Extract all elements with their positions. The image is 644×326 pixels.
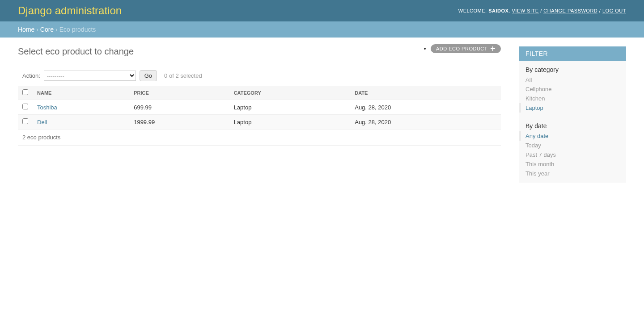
content: Select eco product to change ADD ECO PRO… [0,38,644,192]
filter-item-selected: Any date [519,131,619,141]
row-checkbox[interactable] [22,118,28,124]
result-table: NAME PRICE CATEGORY DATE Toshiba 699.99 … [18,86,501,130]
filter-item: Kitchen [525,94,619,103]
filter-section-title: By category [519,61,626,75]
header: Django administration WELCOME, SAIDOX. V… [0,0,644,21]
row-category: Laptop [229,100,351,115]
col-price[interactable]: PRICE [129,86,229,100]
filter-item: Cellphone [525,84,619,94]
content-main: Select eco product to change ADD ECO PRO… [18,46,501,183]
filter-link[interactable]: Cellphone [525,86,552,92]
branding: Django administration [18,4,122,17]
filter-item-selected: Laptop [519,103,619,113]
filter-link[interactable]: This month [525,161,554,167]
filter-link[interactable]: Past 7 days [525,151,556,158]
table-row: Toshiba 699.99 Laptop Aug. 28, 2020 [18,100,501,115]
filter-link[interactable]: Kitchen [525,95,545,102]
col-category[interactable]: CATEGORY [229,86,351,100]
filter-item: This month [525,159,619,169]
row-checkbox[interactable] [22,104,28,109]
action-counter: 0 of 2 selected [164,72,202,79]
breadcrumb-home[interactable]: Home [18,26,34,33]
col-date[interactable]: DATE [350,86,501,100]
filter-item: Today [525,141,619,150]
action-select[interactable]: --------- [44,71,136,81]
go-button[interactable]: Go [140,70,157,81]
site-title[interactable]: Django administration [18,4,122,17]
filter-section-title: By date [519,117,626,131]
breadcrumb-current: Eco products [59,26,96,33]
filter-link[interactable]: This year [525,170,549,177]
sep: . [508,8,512,13]
username: SAIDOX [488,8,508,13]
col-checkbox [18,86,33,100]
table-row: Dell 1999.99 Laptop Aug. 28, 2020 [18,115,501,130]
plus-icon [490,46,496,51]
col-name[interactable]: NAME [33,86,129,100]
actions-bar: Action: --------- Go 0 of 2 selected [18,66,501,86]
row-name-link[interactable]: Toshiba [37,104,57,111]
change-password-link[interactable]: CHANGE PASSWORD [543,8,597,14]
row-name-link[interactable]: Dell [37,119,47,125]
filter-category-list: All Cellphone Kitchen Laptop [519,75,626,117]
select-all-checkbox[interactable] [22,89,28,95]
welcome-text: WELCOME, [458,8,488,13]
breadcrumb-sep: › [34,26,40,33]
action-label: Action: [22,72,40,79]
object-tools: ADD ECO PRODUCT [431,44,501,53]
breadcrumb-app[interactable]: Core [40,26,54,33]
row-price: 699.99 [129,100,229,115]
row-date: Aug. 28, 2020 [350,115,501,130]
filter-item: Past 7 days [525,150,619,159]
sep: / [539,8,544,13]
filter-link[interactable]: All [525,76,532,83]
filter-item: This year [525,169,619,178]
row-date: Aug. 28, 2020 [350,100,501,115]
breadcrumb-sep: › [54,26,59,33]
view-site-link[interactable]: VIEW SITE [512,8,539,14]
filter-link[interactable]: Today [525,142,541,149]
user-tools: WELCOME, SAIDOX. VIEW SITE / CHANGE PASS… [458,8,626,13]
filter-link[interactable]: Any date [525,133,548,139]
page-title: Select eco product to change [18,46,501,57]
row-price: 1999.99 [129,115,229,130]
filter-title: FILTER [519,46,626,61]
logout-link[interactable]: LOG OUT [602,8,626,14]
breadcrumbs: Home › Core › Eco products [0,21,644,38]
filter-item: All [525,75,619,84]
filter-link[interactable]: Laptop [525,104,543,111]
add-eco-product-button[interactable]: ADD ECO PRODUCT [431,44,501,53]
add-button-label: ADD ECO PRODUCT [436,46,487,51]
filter-date-list: Any date Today Past 7 days This month Th… [519,131,626,183]
sep: / [597,8,602,13]
paginator: 2 eco products [18,130,501,146]
row-category: Laptop [229,115,351,130]
filter-sidebar: FILTER By category All Cellphone Kitchen… [519,46,626,183]
